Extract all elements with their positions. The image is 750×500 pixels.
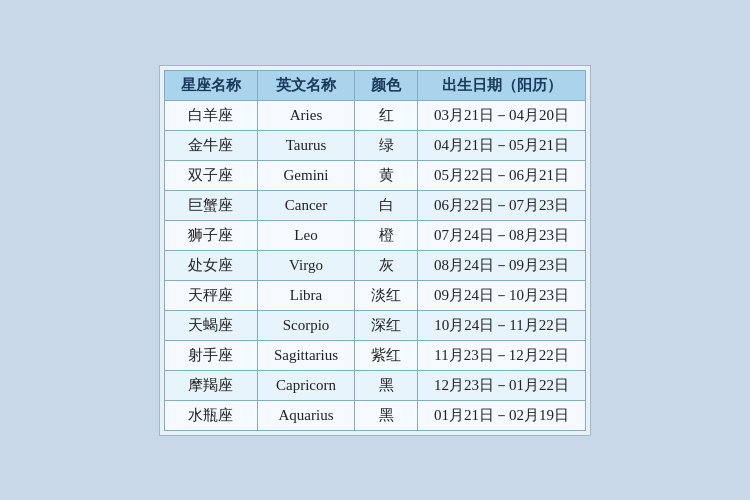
cell-color: 黑 [355, 400, 418, 430]
cell-english-name: Cancer [257, 190, 354, 220]
table-row: 天秤座Libra淡红09月24日－10月23日 [164, 280, 585, 310]
table-row: 狮子座Leo橙07月24日－08月23日 [164, 220, 585, 250]
cell-chinese-name: 射手座 [164, 340, 257, 370]
cell-chinese-name: 摩羯座 [164, 370, 257, 400]
table-header-row: 星座名称 英文名称 颜色 出生日期（阳历） [164, 70, 585, 100]
cell-dates: 04月21日－05月21日 [418, 130, 586, 160]
cell-chinese-name: 双子座 [164, 160, 257, 190]
cell-chinese-name: 处女座 [164, 250, 257, 280]
cell-color: 淡红 [355, 280, 418, 310]
cell-color: 橙 [355, 220, 418, 250]
cell-chinese-name: 水瓶座 [164, 400, 257, 430]
table-row: 巨蟹座Cancer白06月22日－07月23日 [164, 190, 585, 220]
cell-english-name: Libra [257, 280, 354, 310]
cell-chinese-name: 狮子座 [164, 220, 257, 250]
cell-english-name: Capricorn [257, 370, 354, 400]
cell-chinese-name: 白羊座 [164, 100, 257, 130]
cell-dates: 03月21日－04月20日 [418, 100, 586, 130]
cell-dates: 10月24日－11月22日 [418, 310, 586, 340]
cell-chinese-name: 天蝎座 [164, 310, 257, 340]
table-row: 射手座Sagittarius紫红11月23日－12月22日 [164, 340, 585, 370]
table-row: 摩羯座Capricorn黑12月23日－01月22日 [164, 370, 585, 400]
table-body: 白羊座Aries红03月21日－04月20日金牛座Taurus绿04月21日－0… [164, 100, 585, 430]
header-chinese-name: 星座名称 [164, 70, 257, 100]
cell-english-name: Leo [257, 220, 354, 250]
cell-dates: 07月24日－08月23日 [418, 220, 586, 250]
cell-color: 灰 [355, 250, 418, 280]
cell-chinese-name: 天秤座 [164, 280, 257, 310]
cell-dates: 08月24日－09月23日 [418, 250, 586, 280]
table-row: 金牛座Taurus绿04月21日－05月21日 [164, 130, 585, 160]
table-row: 双子座Gemini黄05月22日－06月21日 [164, 160, 585, 190]
cell-english-name: Aquarius [257, 400, 354, 430]
cell-english-name: Taurus [257, 130, 354, 160]
cell-english-name: Sagittarius [257, 340, 354, 370]
cell-dates: 05月22日－06月21日 [418, 160, 586, 190]
cell-color: 红 [355, 100, 418, 130]
table-row: 水瓶座Aquarius黑01月21日－02月19日 [164, 400, 585, 430]
cell-color: 紫红 [355, 340, 418, 370]
cell-dates: 01月21日－02月19日 [418, 400, 586, 430]
cell-color: 黄 [355, 160, 418, 190]
table-row: 处女座Virgo灰08月24日－09月23日 [164, 250, 585, 280]
zodiac-table-container: 星座名称 英文名称 颜色 出生日期（阳历） 白羊座Aries红03月21日－04… [159, 65, 591, 436]
cell-color: 深红 [355, 310, 418, 340]
header-english-name: 英文名称 [257, 70, 354, 100]
zodiac-table: 星座名称 英文名称 颜色 出生日期（阳历） 白羊座Aries红03月21日－04… [164, 70, 586, 431]
cell-dates: 06月22日－07月23日 [418, 190, 586, 220]
cell-color: 白 [355, 190, 418, 220]
cell-english-name: Virgo [257, 250, 354, 280]
cell-english-name: Scorpio [257, 310, 354, 340]
cell-dates: 11月23日－12月22日 [418, 340, 586, 370]
cell-chinese-name: 巨蟹座 [164, 190, 257, 220]
cell-chinese-name: 金牛座 [164, 130, 257, 160]
header-color: 颜色 [355, 70, 418, 100]
cell-color: 黑 [355, 370, 418, 400]
cell-dates: 09月24日－10月23日 [418, 280, 586, 310]
cell-english-name: Gemini [257, 160, 354, 190]
table-row: 白羊座Aries红03月21日－04月20日 [164, 100, 585, 130]
cell-english-name: Aries [257, 100, 354, 130]
cell-color: 绿 [355, 130, 418, 160]
cell-dates: 12月23日－01月22日 [418, 370, 586, 400]
header-dates: 出生日期（阳历） [418, 70, 586, 100]
table-row: 天蝎座Scorpio深红10月24日－11月22日 [164, 310, 585, 340]
